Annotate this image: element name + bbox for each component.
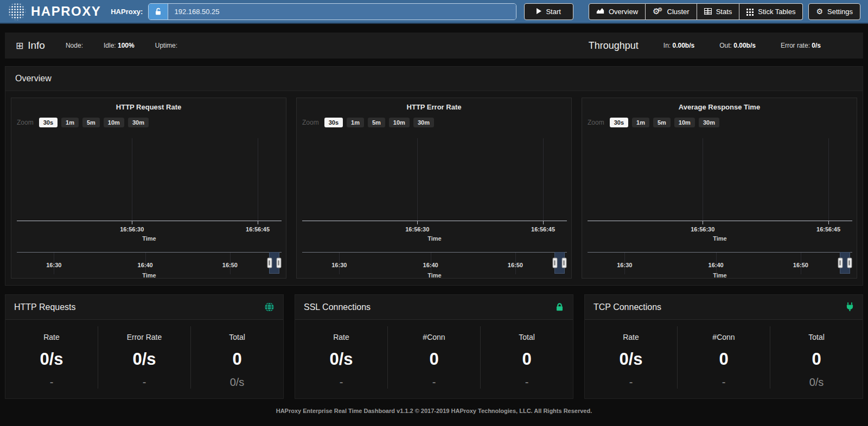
stat-total: Total 0 0/s	[190, 326, 283, 389]
zoom-5m-button[interactable]: 5m	[653, 118, 671, 127]
play-icon	[537, 8, 541, 16]
idle-field: Idle: 100%	[104, 42, 135, 49]
x-axis-line	[17, 221, 282, 221]
zoom-5m-button[interactable]: 5m	[82, 118, 100, 127]
card-ssl-connections: SSL Connections Rate 0/s - #Conn 0 - Tot…	[295, 294, 573, 399]
chart-title: HTTP Error Rate	[297, 103, 571, 111]
plus-square-icon: ⊞	[16, 40, 23, 51]
x-axis-line	[588, 221, 852, 221]
navigator-left-handle[interactable]	[838, 258, 843, 268]
throughput-label: Throughput	[589, 40, 639, 51]
nav-tick-label: 16:40	[709, 262, 724, 268]
nav-tick-label: 16:30	[617, 262, 632, 268]
zoom-1m-button[interactable]: 1m	[347, 118, 364, 127]
navigator-right-handle[interactable]	[276, 258, 281, 268]
x-tick-label: 16:56:45	[531, 226, 555, 233]
stat-total: Total 0 0/s	[770, 326, 863, 389]
plot-area[interactable]: 16:56:30 16:56:45 Time	[302, 137, 567, 221]
chart-title: HTTP Request Rate	[11, 103, 286, 111]
tab-stats[interactable]: Stats	[697, 3, 740, 20]
stat-rate: Rate 0/s -	[5, 326, 98, 389]
zoom-30s-button[interactable]: 30s	[39, 118, 58, 127]
zoom-30s-button[interactable]: 30s	[610, 118, 628, 127]
tab-overview[interactable]: Overview	[589, 3, 646, 20]
grid-icon	[746, 9, 748, 10]
zoom-controls: Zoom 30s 1m 5m 10m 30m	[588, 118, 719, 127]
charts-row: HTTP Request Rate Zoom 30s 1m 5m 10m 30m…	[5, 91, 863, 285]
throughput-out: Out: 0.00b/s	[719, 42, 756, 49]
gridline	[828, 138, 829, 221]
nav-tick-label: 16:50	[793, 262, 808, 268]
nav-axis-title: Time	[17, 272, 282, 279]
x-axis-title: Time	[302, 235, 567, 242]
tab-cluster[interactable]: ⚙⚙ Cluster	[646, 3, 697, 20]
top-navbar: HAPROXY HAProxy: Start Overview ⚙⚙ Clust…	[0, 0, 868, 24]
zoom-30m-button[interactable]: 30m	[128, 118, 149, 127]
card-title: HTTP Requests	[14, 302, 76, 312]
info-bar: ⊞ Info Node: Idle: 100% Uptime: Throughp…	[5, 33, 863, 59]
nav-tick-label: 16:30	[46, 262, 61, 268]
range-navigator[interactable]: 16:30 16:40 16:50 Time	[588, 252, 852, 279]
navigator-selection[interactable]	[840, 252, 850, 274]
start-button[interactable]: Start	[524, 3, 573, 20]
plot-area[interactable]: 16:56:30 16:56:45 Time	[588, 137, 852, 221]
navigator-left-handle[interactable]	[552, 258, 557, 268]
navigator-left-handle[interactable]	[267, 258, 272, 268]
gridline	[132, 138, 132, 221]
zoom-30s-button[interactable]: 30s	[324, 118, 343, 127]
zoom-30m-button[interactable]: 30m	[699, 118, 719, 127]
gear-icon: ⚙	[816, 8, 823, 15]
nav-tick-label: 16:40	[423, 262, 438, 268]
overview-title: Overview	[5, 67, 863, 91]
zoom-10m-button[interactable]: 10m	[104, 118, 124, 127]
info-left: ⊞ Info Node: Idle: 100% Uptime:	[16, 40, 177, 51]
stat-rate: Rate 0/s -	[585, 326, 677, 389]
range-navigator[interactable]: 16:30 16:40 16:50 Time	[17, 252, 282, 279]
x-tick-label: 16:56:45	[246, 226, 270, 233]
zoom-30m-button[interactable]: 30m	[413, 118, 434, 127]
zoom-1m-button[interactable]: 1m	[632, 118, 649, 127]
plot-area[interactable]: 16:56:30 16:56:45 Time	[17, 137, 282, 221]
overview-panel: Overview HTTP Request Rate Zoom 30s 1m 5…	[5, 66, 863, 286]
x-tick-label: 16:56:45	[816, 226, 840, 233]
nav-tick-label: 16:50	[508, 262, 523, 268]
navigator-right-handle[interactable]	[847, 258, 852, 268]
zoom-controls: Zoom 30s 1m 5m 10m 30m	[302, 118, 434, 127]
stat-rate: Rate 0/s -	[295, 326, 387, 389]
navigator-selection[interactable]	[269, 252, 279, 274]
gears-icon: ⚙⚙	[653, 7, 662, 16]
nav-axis-title: Time	[588, 272, 852, 279]
unlock-icon	[149, 4, 168, 20]
tab-stick-tables[interactable]: Stick Tables	[739, 3, 803, 20]
card-title: SSL Connections	[304, 302, 371, 312]
zoom-5m-button[interactable]: 5m	[368, 118, 385, 127]
settings-button[interactable]: ⚙ Settings	[808, 3, 860, 20]
brand-text: HAPROXY	[31, 4, 101, 19]
chart-http-error-rate: HTTP Error Rate Zoom 30s 1m 5m 10m 30m 1…	[296, 98, 572, 279]
navigator-right-handle[interactable]	[561, 258, 566, 268]
haproxy-logo-icon	[8, 2, 26, 21]
nav-tick-label: 16:50	[222, 262, 238, 268]
zoom-controls: Zoom 30s 1m 5m 10m 30m	[17, 118, 149, 127]
gridline	[258, 138, 258, 221]
globe-icon	[264, 302, 275, 312]
x-tick-label: 16:56:30	[405, 226, 429, 233]
stat-cards-row: HTTP Requests Rate 0/s - Error Rate 0/s …	[5, 294, 863, 399]
chart-title: Average Response Time	[582, 103, 857, 111]
card-tcp-connections: TCP Connections Rate 0/s - #Conn 0 - Tot…	[584, 294, 863, 399]
zoom-10m-button[interactable]: 10m	[674, 118, 695, 127]
brand: HAPROXY	[8, 2, 101, 21]
gridline	[543, 138, 544, 221]
card-http-requests: HTTP Requests Rate 0/s - Error Rate 0/s …	[5, 294, 284, 399]
navigator-selection[interactable]	[554, 252, 565, 274]
chart-area-icon	[596, 8, 604, 16]
info-toggle[interactable]: ⊞ Info	[16, 40, 45, 51]
range-navigator[interactable]: 16:30 16:40 16:50 Time	[302, 252, 567, 279]
error-rate: Error rate: 0/s	[781, 42, 821, 49]
zoom-1m-button[interactable]: 1m	[61, 118, 79, 127]
nav-axis-title: Time	[302, 272, 567, 279]
address-input[interactable]	[168, 4, 516, 20]
zoom-10m-button[interactable]: 10m	[389, 118, 410, 127]
stat-error-rate: Error Rate 0/s -	[98, 326, 190, 389]
view-tabs: Overview ⚙⚙ Cluster Stats Stick Tables	[589, 3, 803, 20]
